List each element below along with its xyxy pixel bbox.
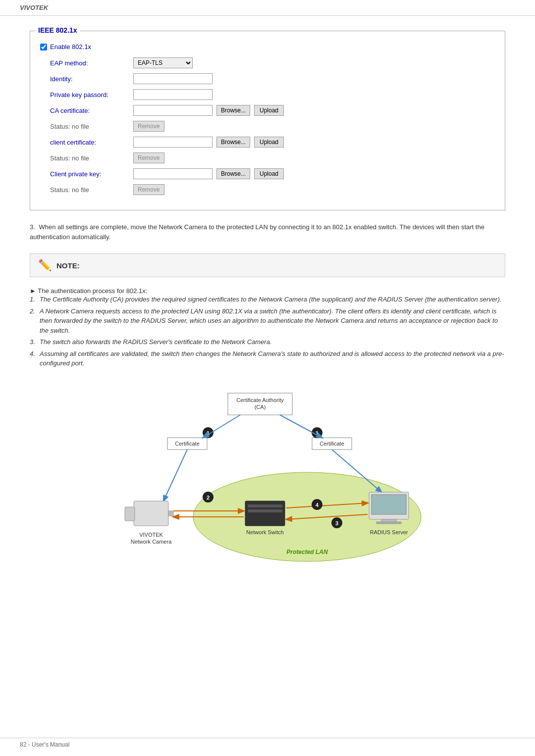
step3-number: 3. [30, 223, 35, 231]
step3-text: When all settings are complete, move the… [30, 223, 484, 241]
client-key-row: Client private key: Browse... Upload [50, 168, 495, 179]
svg-text:4: 4 [316, 502, 319, 508]
footer-text: 82 - User's Manual [20, 741, 69, 748]
client-cert-upload-button[interactable]: Upload [254, 137, 284, 148]
ieee-form-table: EAP method: EAP-TLS EAP-PEAP Identity: P… [50, 57, 495, 195]
note-content: ► The authentication process for 802.1x:… [30, 287, 505, 368]
main-content: IEEE 802.1x Enable 802.1x EAP method: EA… [0, 16, 535, 581]
client-cert-status: Status: no file [50, 154, 129, 162]
svg-text:2: 2 [207, 495, 210, 501]
note-item-3: 3. The switch also forwards the RADIUS S… [30, 337, 505, 347]
svg-rect-29 [376, 522, 401, 524]
identity-label: Identity: [50, 75, 129, 83]
identity-input[interactable] [133, 73, 213, 84]
client-key-browse-button[interactable]: Browse... [216, 168, 250, 179]
ca-cert-status-row: Status: no file Remove [50, 121, 495, 132]
ca-cert-status: Status: no file [50, 123, 129, 130]
svg-rect-19 [168, 511, 173, 516]
svg-text:Certificate: Certificate [320, 441, 344, 447]
svg-line-14 [280, 415, 322, 438]
svg-text:Network Switch: Network Switch [246, 529, 284, 535]
ca-cert-row: CA certificate: Browse... Upload [50, 105, 495, 116]
client-cert-label: client certificate: [50, 139, 129, 146]
eap-method-select[interactable]: EAP-TLS EAP-PEAP [133, 57, 193, 68]
client-key-label: Client private key: [50, 170, 129, 178]
auth-diagram-svg: Protected LAN Certificate Authority (CA)… [94, 378, 441, 566]
svg-text:Protected LAN: Protected LAN [286, 549, 328, 555]
enable-row: Enable 802.1x [40, 43, 495, 50]
auth-diagram: Protected LAN Certificate Authority (CA)… [30, 378, 505, 566]
note-pencil-icon: ✏️ [38, 259, 52, 272]
note-item-4: 4. Assuming all certificates are validat… [30, 349, 505, 368]
ca-cert-remove-button[interactable]: Remove [133, 121, 164, 132]
ca-cert-input[interactable] [133, 105, 213, 116]
ca-cert-upload-button[interactable]: Upload [254, 105, 284, 116]
svg-rect-24 [248, 509, 282, 512]
note-box: ✏️ NOTE: [30, 253, 505, 277]
eap-method-label: EAP method: [50, 59, 129, 67]
identity-row: Identity: [50, 73, 495, 84]
note-item-1: 1. The Certificate Authority (CA) provid… [30, 295, 505, 304]
client-key-remove-button[interactable]: Remove [133, 184, 164, 195]
note-item-2: 2. A Network Camera requests access to t… [30, 306, 505, 336]
client-key-input[interactable] [133, 168, 213, 179]
client-key-status-row: Status: no file Remove [50, 184, 495, 195]
note-title: NOTE: [56, 261, 80, 270]
brand-logo: VIVOTEK [20, 4, 48, 11]
step3-paragraph: 3. When all settings are complete, move … [30, 222, 505, 242]
eap-method-row: EAP method: EAP-TLS EAP-PEAP [50, 57, 495, 68]
private-key-label: Private key passord: [50, 91, 129, 99]
ca-cert-label: CA certificate: [50, 107, 129, 114]
client-cert-input[interactable] [133, 137, 213, 148]
client-cert-remove-button[interactable]: Remove [133, 152, 164, 163]
private-key-row: Private key passord: [50, 89, 495, 100]
note-intro: ► The authentication process for 802.1x: [30, 287, 505, 295]
svg-text:RADIUS Server: RADIUS Server [370, 529, 408, 535]
client-key-upload-button[interactable]: Upload [254, 168, 284, 179]
note-intro-text: ► The authentication process for 802.1x: [30, 287, 147, 295]
svg-text:(CA): (CA) [255, 404, 266, 410]
private-key-input[interactable] [133, 89, 213, 100]
page-header: VIVOTEK [0, 0, 535, 16]
svg-rect-23 [248, 504, 282, 507]
svg-text:Certificate Authority: Certificate Authority [236, 397, 284, 403]
enable-802-1x-checkbox[interactable] [40, 44, 47, 50]
svg-text:Network Camera: Network Camera [131, 539, 172, 545]
note-list: 1. The Certificate Authority (CA) provid… [30, 295, 505, 368]
svg-rect-27 [372, 495, 406, 514]
svg-line-15 [163, 450, 187, 501]
client-cert-row: client certificate: Browse... Upload [50, 137, 495, 148]
svg-text:3: 3 [335, 520, 338, 526]
svg-rect-18 [125, 507, 135, 521]
svg-rect-17 [134, 501, 168, 526]
ieee-802-1x-box: IEEE 802.1x Enable 802.1x EAP method: EA… [30, 31, 505, 210]
ieee-box-title: IEEE 802.1x [35, 26, 80, 34]
enable-802-1x-label: Enable 802.1x [50, 43, 91, 50]
client-key-status: Status: no file [50, 186, 129, 194]
svg-line-13 [203, 415, 240, 438]
client-cert-status-row: Status: no file Remove [50, 152, 495, 163]
page-footer: 82 - User's Manual [0, 738, 535, 751]
svg-text:Certificate: Certificate [175, 441, 200, 447]
client-cert-browse-button[interactable]: Browse... [216, 137, 250, 148]
ca-cert-browse-button[interactable]: Browse... [216, 105, 250, 116]
svg-text:VIVOTEK: VIVOTEK [139, 532, 163, 538]
